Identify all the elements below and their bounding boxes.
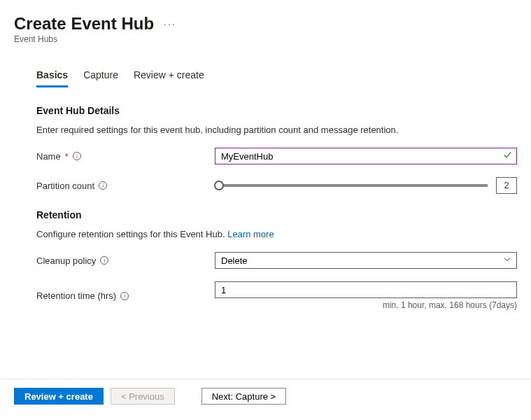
- content-area: Event Hub Details Enter required setting…: [0, 88, 531, 310]
- retention-label: Retention time (hrs): [36, 290, 116, 301]
- tab-basics[interactable]: Basics: [36, 69, 68, 88]
- footer-bar: Review + create < Previous Next: Capture…: [0, 379, 531, 413]
- partition-value[interactable]: 2: [496, 177, 517, 194]
- info-icon[interactable]: i: [120, 292, 129, 300]
- more-actions-icon[interactable]: ···: [164, 19, 176, 29]
- name-input[interactable]: [215, 148, 517, 164]
- tab-capture[interactable]: Capture: [83, 69, 118, 88]
- breadcrumb: Event Hubs: [14, 34, 517, 44]
- partition-label: Partition count: [36, 181, 94, 191]
- retention-time-input[interactable]: [215, 281, 517, 298]
- next-button[interactable]: Next: Capture >: [201, 388, 286, 405]
- partition-slider[interactable]: [215, 184, 488, 187]
- section-heading-retention: Retention: [36, 209, 517, 220]
- section-description-retention: Configure retention settings for this Ev…: [36, 229, 517, 239]
- tab-review-create[interactable]: Review + create: [134, 69, 204, 88]
- field-partition: Partition count i 2: [36, 177, 517, 194]
- section-description-details: Enter required settings for this event h…: [36, 125, 517, 135]
- learn-more-link[interactable]: Learn more: [227, 229, 274, 239]
- name-label: Name: [36, 151, 61, 162]
- retention-desc-text: Configure retention settings for this Ev…: [36, 229, 227, 239]
- page-header: Create Event Hub ··· Event Hubs: [0, 0, 531, 48]
- field-cleanup: Cleanup policy i Delete: [36, 252, 517, 269]
- tabbar: Basics Capture Review + create: [22, 69, 531, 88]
- review-create-button[interactable]: Review + create: [14, 388, 104, 405]
- info-icon[interactable]: i: [99, 181, 107, 190]
- previous-button: < Previous: [111, 388, 175, 405]
- retention-hint: min. 1 hour, max. 168 hours (7days): [215, 300, 517, 310]
- required-indicator: *: [65, 151, 69, 162]
- info-icon[interactable]: i: [73, 152, 81, 160]
- cleanup-label: Cleanup policy: [36, 255, 96, 266]
- field-name: Name * i: [36, 148, 517, 164]
- info-icon[interactable]: i: [100, 256, 108, 265]
- section-heading-details: Event Hub Details: [36, 105, 517, 116]
- field-retention-time: Retention time (hrs) i min. 1 hour, max.…: [36, 281, 517, 310]
- page-title: Create Event Hub: [14, 14, 154, 34]
- cleanup-select[interactable]: Delete: [215, 252, 517, 269]
- slider-thumb[interactable]: [214, 181, 224, 190]
